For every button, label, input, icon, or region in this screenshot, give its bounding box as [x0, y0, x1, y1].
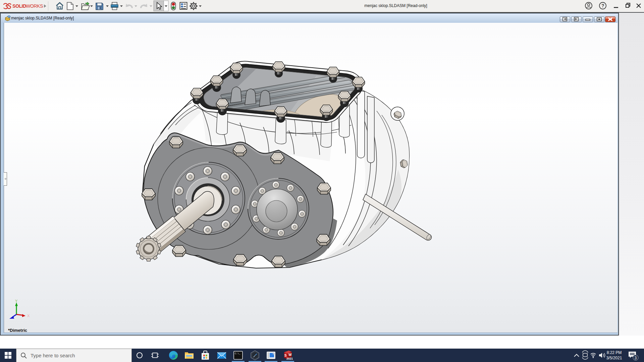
svg-text:C:\_: C:\_ [235, 352, 241, 355]
svg-text:2021: 2021 [286, 357, 293, 360]
svg-text:X: X [27, 314, 30, 318]
svg-text:3: 3 [635, 356, 637, 360]
svg-text:W: W [288, 353, 292, 357]
svg-text:?: ? [601, 3, 604, 8]
svg-text:SOLID: SOLID [12, 3, 26, 9]
svg-text:WORKS: WORKS [26, 3, 43, 9]
